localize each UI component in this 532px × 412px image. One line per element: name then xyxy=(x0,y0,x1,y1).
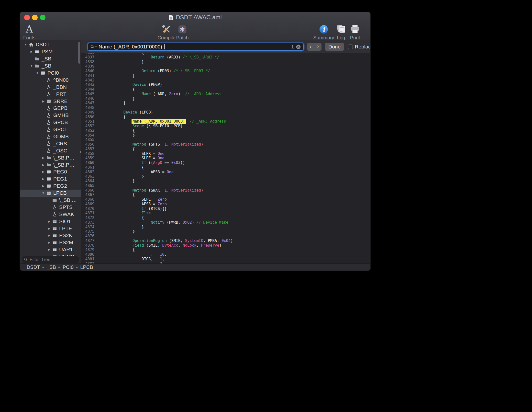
code-line[interactable]: 4849 Device (LPCB) xyxy=(81,110,370,115)
code-line[interactable]: 4856 Method (SPTS, 1, NotSerialized) xyxy=(81,142,370,147)
code-line[interactable]: 4848 xyxy=(81,105,370,110)
title-bar[interactable]: DSDT-AWAC.aml xyxy=(20,12,370,23)
clear-search-button[interactable] xyxy=(296,44,301,49)
disclosure-closed-icon[interactable]: ▶ xyxy=(41,170,46,173)
fonts-button[interactable]: A Fonts xyxy=(20,23,40,41)
code-editor[interactable]: 4836 {4837 Return (AR03) /* \_SB_.AR03 *… xyxy=(81,53,370,264)
code-line[interactable]: 4865 xyxy=(81,183,370,188)
find-next-button[interactable]: › xyxy=(314,43,321,51)
sidebar-item-peg0[interactable]: ▶PEG0 xyxy=(20,168,81,175)
code-line[interactable]: 4858 SLPX = One xyxy=(81,151,370,156)
code-line[interactable]: 4843 Device (PEGP) xyxy=(81,82,370,87)
code-line[interactable]: 4837 Return (AR03) /* \_SB_.AR03 */ xyxy=(81,55,370,60)
disclosure-closed-icon[interactable]: ▶ xyxy=(47,241,52,244)
code-line[interactable]: 4877 OperationRegion (SMIE, SystemIO, PM… xyxy=(81,239,370,243)
disclosure-closed-icon[interactable]: ▶ xyxy=(47,255,52,256)
code-line[interactable]: 4870 If (RTCS){} xyxy=(81,206,370,211)
find-previous-button[interactable]: ‹ xyxy=(307,43,314,51)
code-line[interactable]: 4869 AES3 = Zero xyxy=(81,202,370,206)
code-line[interactable]: 4857 { xyxy=(81,147,370,151)
breadcrumb-item[interactable]: PCI0 xyxy=(63,264,73,270)
breadcrumb-item[interactable]: LPCB xyxy=(80,264,93,270)
sidebar-item-gpcb[interactable]: GPCB xyxy=(20,119,81,126)
code-line[interactable]: 4852 Scope (\_SB.PCI0.LPCB) xyxy=(81,124,370,128)
sidebar-item-uar1[interactable]: ▶UAR1 xyxy=(20,246,81,253)
code-line[interactable]: 4874 } xyxy=(81,225,370,229)
code-line[interactable]: 4881 RTCS, 1, xyxy=(81,257,370,262)
disclosure-closed-icon[interactable]: ▶ xyxy=(47,227,52,230)
code-line[interactable]: 4839 xyxy=(81,64,370,69)
sidebar-item-gepb[interactable]: GEPB xyxy=(20,105,81,112)
sidebar-item-srre[interactable]: ▶SRRE xyxy=(20,98,81,105)
disclosure-closed-icon[interactable]: ▶ xyxy=(41,177,46,181)
done-button[interactable]: Done xyxy=(325,43,344,51)
code-line[interactable]: 4854 } xyxy=(81,133,370,138)
sidebar-item-lpte[interactable]: ▶LPTE xyxy=(20,225,81,232)
sidebar-item-bn00[interactable]: ^BN00 xyxy=(20,76,81,83)
code-line[interactable]: 4863 } xyxy=(81,174,370,179)
code-line[interactable]: 4841 } xyxy=(81,73,370,78)
code-line[interactable]: 4846 } xyxy=(81,96,370,101)
sidebar-item-sbp[interactable]: ▶\_SB.P… xyxy=(20,161,81,168)
sidebar-item-sbp[interactable]: ▶\_SB.P… xyxy=(20,154,81,161)
code-line[interactable]: 4879 { xyxy=(81,248,370,252)
code-line[interactable]: 4871 Else xyxy=(81,211,370,216)
disclosure-closed-icon[interactable]: ▶ xyxy=(47,248,52,251)
disclosure-closed-icon[interactable]: ▶ xyxy=(47,234,52,237)
breadcrumb-item[interactable]: DSDT xyxy=(27,264,40,270)
sidebar-item-spts[interactable]: SPTS xyxy=(20,204,81,211)
disclosure-closed-icon[interactable]: ▶ xyxy=(41,100,46,103)
sidebar-item-osc[interactable]: _OSC xyxy=(20,147,81,154)
sidebar-item-humd[interactable]: ▶HUMD xyxy=(20,253,81,256)
sidebar-item-prt[interactable]: _PRT xyxy=(20,91,81,98)
sidebar-item-gpcl[interactable]: GPCL xyxy=(20,126,81,133)
breadcrumb-item[interactable]: _SB xyxy=(47,264,56,270)
disclosure-open-icon[interactable]: ▼ xyxy=(35,71,40,75)
sidebar-item-dsdt[interactable]: ▼DSDT xyxy=(20,41,81,48)
code-line[interactable]: 4853 { xyxy=(81,128,370,133)
sidebar-item-sb[interactable]: ▼_SB xyxy=(20,62,81,69)
sidebar-scrollbar[interactable] xyxy=(78,42,80,64)
code-line[interactable]: 4873 Notify (PWRB, 0x02) // Device Wake xyxy=(81,220,370,225)
filter-tree-input[interactable]: Filter Tree xyxy=(22,256,79,263)
disclosure-closed-icon[interactable]: ▶ xyxy=(41,163,46,167)
code-line[interactable]: 4867 { xyxy=(81,193,370,197)
disclosure-closed-icon[interactable]: ▶ xyxy=(41,156,46,160)
code-line[interactable]: 4861 { xyxy=(81,165,370,170)
sidebar-item-pci0[interactable]: ▼PCI0 xyxy=(20,69,81,77)
code-line[interactable]: 4878 Field (SMIE, ByteAcc, NoLock, Prese… xyxy=(81,243,370,248)
code-line[interactable]: 4860 If ((Arg0 == 0x03)) xyxy=(81,160,370,165)
sidebar-item-gmhb[interactable]: GMHB xyxy=(20,112,81,119)
replace-checkbox[interactable] xyxy=(348,45,353,49)
sidebar-item-swak[interactable]: SWAK xyxy=(20,211,81,218)
code-line[interactable]: 4864 } xyxy=(81,179,370,183)
sidebar-item-ps2m[interactable]: ▶PS2M xyxy=(20,239,81,246)
disclosure-closed-icon[interactable]: ▶ xyxy=(41,184,46,188)
disclosure-closed-icon[interactable]: ▶ xyxy=(47,220,52,223)
code-line[interactable]: 4880 , 10, xyxy=(81,252,370,257)
sidebar-item-lpcb[interactable]: ▼LPCB xyxy=(20,190,81,197)
sidebar-item-sio1[interactable]: ▶SIO1 xyxy=(20,218,81,225)
code-line[interactable]: 4838 } xyxy=(81,60,370,64)
disclosure-open-icon[interactable]: ▼ xyxy=(23,43,28,46)
code-line[interactable]: 4862 AES3 = One xyxy=(81,170,370,174)
sidebar-item-psm[interactable]: ▶PSM xyxy=(20,48,81,55)
sidebar-item-crs[interactable]: _CRS xyxy=(20,140,81,147)
sidebar-item-gdmb[interactable]: GDMB xyxy=(20,133,81,140)
search-menu-icon[interactable]: ▾ xyxy=(90,45,97,49)
sidebar-item-sb[interactable]: \_SB.… xyxy=(20,197,81,204)
disclosure-open-icon[interactable]: ▼ xyxy=(41,191,46,195)
code-line[interactable]: 4845 Name (_ADR, Zero) // _ADR: Address xyxy=(81,92,370,96)
print-button[interactable]: Print xyxy=(344,23,366,41)
code-line[interactable]: 4850 { xyxy=(81,115,370,119)
code-line[interactable]: 4847 } xyxy=(81,101,370,105)
sidebar-item-peg2[interactable]: ▶PEG2 xyxy=(20,183,81,190)
code-line[interactable]: 4844 { xyxy=(81,87,370,92)
code-line[interactable]: 4868 SLPE = Zero xyxy=(81,197,370,202)
disclosure-closed-icon[interactable]: ▶ xyxy=(29,50,34,53)
code-line[interactable]: 4851 Name (_ADR, 0x001F0000) // _ADR: Ad… xyxy=(81,119,370,124)
close-button[interactable] xyxy=(24,15,30,20)
code-line[interactable]: 4866 Method (SWAK, 1, NotSerialized) xyxy=(81,188,370,193)
code-line[interactable]: 4859 SLPE = One xyxy=(81,156,370,160)
code-line[interactable]: 4872 { xyxy=(81,216,370,220)
